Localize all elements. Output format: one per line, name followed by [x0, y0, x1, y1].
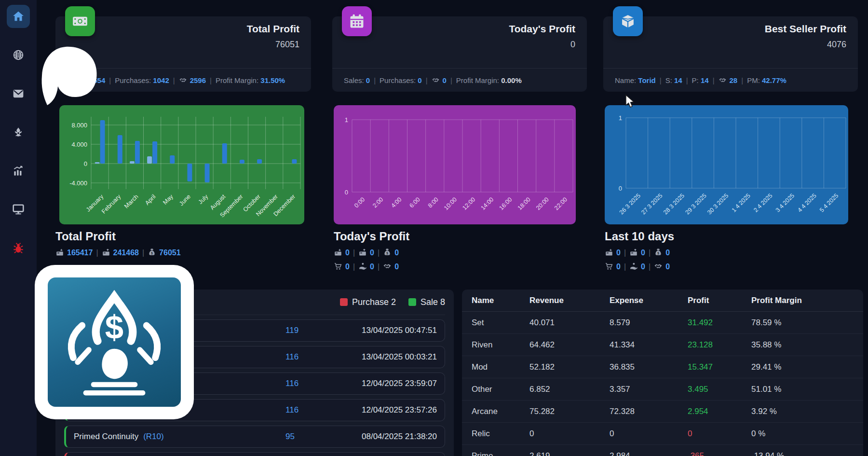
cell-margin: 35.88 % [751, 340, 781, 350]
lotus-icon [12, 126, 25, 138]
stat-label: Profit Margin: [456, 76, 501, 84]
separator: | [96, 249, 98, 257]
summary-value: 165417 [67, 249, 93, 257]
trade-date: 12/04/2025 23:57:26 [362, 405, 437, 415]
register-out-icon [102, 248, 110, 257]
summary-value: 0 [616, 263, 621, 271]
summary-value: 0 [641, 263, 645, 271]
cell-name: Mod [472, 362, 488, 372]
section-title: Today's Profit [334, 230, 409, 243]
cell-name: Arcane [472, 407, 498, 416]
cell-profit: 15.347 [688, 362, 713, 372]
card-stats: Name: Torid|S: 14|P: 14|28|PM: 42.77% [603, 68, 858, 92]
svg-text:-4.000: -4.000 [69, 180, 87, 187]
svg-text:4 4 2025: 4 4 2025 [796, 192, 817, 213]
separator: | [741, 76, 743, 84]
cell-name: Riven [472, 340, 492, 350]
sidebar-item-stats[interactable] [7, 159, 30, 182]
svg-text:0: 0 [619, 185, 622, 192]
moneybag-icon [383, 248, 392, 257]
legend-item: Sale 8 [408, 297, 445, 307]
todays-profit-chart: 100:002:004:006:008:0010:0012:0014:0016:… [334, 105, 576, 224]
cell-expense: 41.334 [610, 340, 635, 350]
summary-line-1: 0|0|0 [605, 248, 674, 257]
trade-price: 95 [285, 432, 295, 442]
stats-icon [12, 165, 25, 177]
separator: | [624, 263, 626, 271]
summary-value: 0 [394, 263, 399, 271]
section-title: Total Profit [55, 230, 181, 243]
sidebar-item-bug[interactable] [7, 236, 30, 260]
cell-margin: 0 % [751, 429, 765, 439]
cell-revenue: 52.182 [529, 362, 555, 372]
cell-margin: 3.92 % [751, 407, 777, 416]
svg-text:June: June [178, 193, 192, 207]
svg-text:0:00: 0:00 [353, 196, 366, 209]
svg-text:6:00: 6:00 [408, 196, 421, 209]
svg-text:27 3 2025: 27 3 2025 [640, 192, 664, 216]
app-logo-inner: $ [48, 277, 181, 407]
card-value: 0 [509, 40, 575, 50]
svg-text:29 3 2025: 29 3 2025 [684, 192, 708, 216]
svg-text:2:00: 2:00 [371, 196, 384, 209]
cell-margin: 78.59 % [751, 318, 781, 328]
legend-swatch [340, 298, 348, 306]
table-row: Arcane 75.282 72.328 2.954 3.92 % [462, 401, 863, 423]
home-icon [12, 10, 25, 23]
cell-name: Relic [472, 429, 490, 439]
summary-value: 0 [370, 263, 374, 271]
legend-swatch [408, 298, 416, 306]
svg-text:3 4 2025: 3 4 2025 [774, 192, 796, 213]
cart-icon [605, 262, 613, 271]
svg-text:5 4 2025: 5 4 2025 [818, 192, 840, 213]
summary-line-1: 0|0|0 [334, 248, 409, 257]
svg-text:July: July [197, 193, 210, 206]
sidebar-item-home[interactable] [7, 5, 30, 28]
svg-text:February: February [100, 193, 122, 215]
cell-margin: 29.41 % [751, 362, 781, 372]
cell-revenue: 6.852 [529, 385, 550, 394]
handshake-icon [383, 262, 392, 271]
moneybag-icon [654, 248, 663, 257]
separator: | [686, 76, 688, 84]
register-in-icon [605, 248, 613, 257]
sidebar-item-mail[interactable] [7, 82, 30, 105]
column-header: Revenue [529, 296, 564, 305]
sidebar-item-monitor[interactable] [7, 198, 30, 221]
cell-profit: 3.495 [688, 385, 708, 394]
stat-value: 2596 [190, 76, 206, 84]
summary-value: 0 [345, 249, 350, 257]
svg-text:10:00: 10:00 [443, 196, 458, 211]
trade-price: 119 [285, 326, 298, 335]
svg-text:30 3 2025: 30 3 2025 [706, 192, 730, 216]
total-profit-summary: Total Profit165417|241468|76051 [55, 230, 181, 257]
moneybag-icon [148, 248, 156, 257]
summary-line-1: 165417|241468|76051 [55, 248, 181, 257]
separator: | [426, 76, 428, 84]
stat-label: Purchases: [115, 76, 153, 84]
sidebar-item-globe[interactable] [7, 43, 30, 67]
stat-label: Name: [615, 76, 638, 84]
trade-date: 08/04/2025 21:38:20 [362, 432, 437, 442]
stat-value: 14 [701, 76, 709, 84]
cell-expense: 72.328 [610, 407, 635, 416]
cursor-pointer [625, 95, 636, 109]
monitor-icon [12, 203, 25, 216]
trade-row[interactable]: Primed Continuity(R10)9508/04/2025 21:38… [64, 426, 445, 448]
stat-label: P: [692, 76, 701, 84]
handshake-icon [432, 76, 440, 84]
column-header: Profit [688, 296, 709, 305]
banknote-icon-badge [65, 6, 95, 36]
separator: | [374, 76, 376, 84]
cell-name: Other [472, 385, 492, 394]
stat-label: S: [665, 76, 674, 84]
separator: | [624, 249, 626, 257]
box-icon [620, 13, 636, 29]
svg-text:26 3 2025: 26 3 2025 [618, 192, 642, 216]
sidebar-item-lotus[interactable] [7, 121, 30, 144]
cell-profit: 2.954 [688, 407, 708, 416]
table-row: Relic 0 0 0 0 % [462, 423, 863, 445]
trade-row[interactable] [64, 452, 445, 456]
cell-expense: 36.835 [610, 362, 635, 372]
card-title: Total Profit [247, 23, 299, 35]
